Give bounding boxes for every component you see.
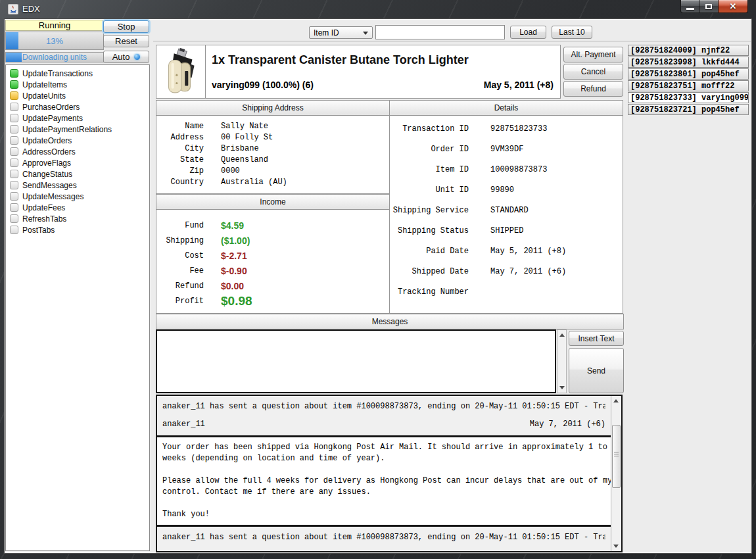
task-item: PostTabs	[9, 224, 149, 235]
address-field-label: Address	[156, 133, 204, 142]
task-status-checkbox[interactable]	[10, 136, 18, 145]
income-row: Cost$-2.71	[156, 248, 389, 263]
messages-header: Messages	[156, 314, 624, 329]
address-field-label: State	[156, 155, 204, 164]
detail-field-value: 928751823733	[490, 124, 547, 134]
search-type-value: Item ID	[314, 28, 339, 37]
task-status-checkbox[interactable]	[10, 91, 18, 100]
scroll-up-icon[interactable]	[611, 397, 620, 405]
transaction-item[interactable]: [928751824009] njnf22	[628, 45, 749, 56]
task-item: AddressOrders	[9, 146, 149, 157]
sub-progress-bar: Downloading units	[5, 52, 104, 62]
search-input[interactable]	[375, 25, 505, 39]
task-item: UpdatePaymentRelations	[9, 124, 149, 135]
message-header-text: anaker_11 has sent a question about item…	[162, 402, 605, 411]
message-body-line: Thank you!	[162, 509, 605, 520]
auto-toggle-button[interactable]: Auto	[103, 51, 149, 63]
message-body-line: Your order has been shipped via Hongkong…	[162, 442, 605, 453]
task-status-checkbox[interactable]	[10, 125, 18, 134]
message-body-line: control. Contact me if there are any iss…	[162, 487, 605, 498]
detail-row: StateQueensland	[156, 155, 389, 166]
detail-row: NameSally Nate	[156, 122, 389, 133]
address-field-label: City	[156, 144, 204, 153]
task-status-checkbox[interactable]	[10, 214, 18, 223]
product-panel: 1x Transparent Canister Butane Torch Lig…	[156, 45, 561, 99]
task-status-checkbox[interactable]	[10, 226, 18, 234]
task-item: SendMessages	[9, 180, 149, 191]
seller-info: varying099 (100.0%) (6)	[212, 80, 314, 90]
task-item: UpdateItems	[9, 79, 149, 90]
task-status-checkbox[interactable]	[10, 147, 18, 156]
alt-payment-button[interactable]: Alt. Payment	[563, 47, 623, 62]
task-item: UpdateMessages	[9, 191, 149, 202]
scroll-up-icon[interactable]	[557, 331, 566, 339]
message-history[interactable]: anaker_11 has sent a question about item…	[156, 395, 623, 552]
stop-button[interactable]: Stop	[103, 20, 149, 33]
address-field-value: 0000	[221, 166, 240, 176]
refund-button[interactable]: Refund	[563, 81, 623, 97]
detail-row: Shipped DateMay 7, 2011 (+6)	[390, 267, 623, 287]
reset-button[interactable]: Reset	[103, 35, 149, 47]
minimize-icon	[686, 8, 694, 10]
cancel-button[interactable]: Cancel	[563, 64, 623, 80]
scroll-down-icon[interactable]	[611, 542, 620, 550]
transaction-item[interactable]: [928751823733] varying099	[628, 92, 749, 103]
task-list: UpdateTransactionsUpdateItemsUpdateUnits…	[5, 64, 150, 551]
task-label: UpdateTransactions	[22, 69, 93, 78]
detail-row: Zip0000	[156, 166, 389, 178]
message-header-row: anaker_11 has sent a question about item…	[162, 532, 605, 543]
maximize-button[interactable]	[699, 0, 719, 13]
task-status-checkbox[interactable]	[10, 170, 18, 178]
scroll-down-icon[interactable]	[557, 383, 566, 392]
auto-button-label: Auto	[112, 52, 130, 62]
compose-message-textarea[interactable]	[156, 329, 556, 393]
address-field-label: Country	[156, 178, 204, 187]
transaction-item[interactable]: [928751823721] pop45hef	[628, 104, 749, 115]
detail-field-value: 100098873873	[490, 165, 547, 174]
address-field-value: 00 Folly St	[221, 133, 273, 142]
task-status-checkbox[interactable]	[10, 103, 18, 111]
detail-field-label: Transaction ID	[390, 124, 469, 134]
task-status-checkbox[interactable]	[10, 192, 18, 201]
task-status-checkbox[interactable]	[10, 114, 18, 122]
details-panel: Transaction ID928751823733Order ID9VM39D…	[389, 116, 623, 314]
message-header-block: anaker_11 has sent a question about item…	[157, 396, 611, 437]
scrollbar-thumb[interactable]	[612, 425, 621, 488]
task-status-checkbox[interactable]	[10, 69, 18, 78]
load-button[interactable]: Load	[510, 26, 546, 39]
address-field-value: Queensland	[221, 155, 268, 164]
task-label: UpdateFees	[22, 203, 65, 212]
income-row: Fee$-0.90	[156, 263, 389, 278]
task-item: UpdateFees	[9, 202, 149, 213]
message-header-text: anaker_11	[162, 420, 205, 429]
task-label: PostTabs	[22, 226, 55, 235]
last-10-button[interactable]: Last 10	[552, 26, 592, 39]
detail-field-value: May 7, 2011 (+6)	[490, 267, 566, 276]
task-status-checkbox[interactable]	[10, 181, 18, 189]
transaction-item[interactable]: [928751823751] mofff22	[628, 80, 749, 91]
close-button[interactable]: ✕	[719, 0, 748, 13]
detail-field-label: Shipped Date	[390, 267, 469, 276]
product-title: 1x Transparent Canister Butane Torch Lig…	[212, 53, 469, 67]
address-field-label: Name	[156, 122, 204, 131]
task-status-checkbox[interactable]	[10, 203, 18, 212]
task-status-checkbox[interactable]	[10, 80, 18, 89]
details-header: Details	[389, 100, 623, 116]
insert-text-button[interactable]: Insert Text	[569, 331, 624, 346]
minimize-button[interactable]	[680, 0, 699, 13]
send-button[interactable]: Send	[569, 348, 624, 393]
history-scrollbar[interactable]	[611, 396, 621, 551]
message-header-text: anaker_11 has sent a question about item…	[162, 533, 605, 542]
task-label: ApproveFlags	[22, 158, 71, 168]
transaction-item[interactable]: [928751823801] pop45hef	[628, 68, 749, 80]
task-status-checkbox[interactable]	[10, 158, 18, 167]
detail-row: CountryAustralia (AU)	[156, 178, 389, 189]
close-icon: ✕	[730, 1, 737, 11]
detail-row: Shipping ServiceSTANDARD	[390, 206, 623, 226]
progress-percent-label: 13%	[6, 32, 103, 49]
task-label: ChangeStatus	[22, 170, 72, 179]
search-type-dropdown[interactable]: Item ID	[309, 26, 373, 39]
titlebar[interactable]: EDX ✕	[0, 0, 756, 18]
transaction-item[interactable]: [928751823998] lkkfd444	[628, 57, 749, 68]
compose-scrollbar[interactable]	[557, 329, 567, 393]
